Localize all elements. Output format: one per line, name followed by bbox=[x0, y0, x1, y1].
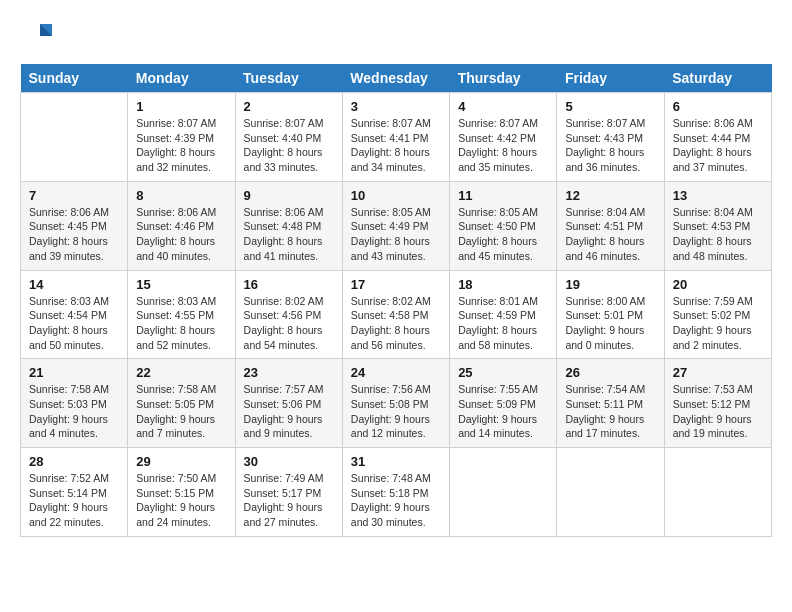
calendar-day-cell: 10Sunrise: 8:05 AMSunset: 4:49 PMDayligh… bbox=[342, 181, 449, 270]
calendar-day-cell bbox=[557, 448, 664, 537]
calendar-day-cell: 11Sunrise: 8:05 AMSunset: 4:50 PMDayligh… bbox=[450, 181, 557, 270]
day-number: 9 bbox=[244, 188, 334, 203]
day-info: Sunrise: 8:06 AMSunset: 4:44 PMDaylight:… bbox=[673, 116, 763, 175]
calendar-day-cell: 1Sunrise: 8:07 AMSunset: 4:39 PMDaylight… bbox=[128, 93, 235, 182]
day-number: 23 bbox=[244, 365, 334, 380]
day-number: 7 bbox=[29, 188, 119, 203]
day-number: 31 bbox=[351, 454, 441, 469]
day-number: 13 bbox=[673, 188, 763, 203]
calendar-day-cell: 30Sunrise: 7:49 AMSunset: 5:17 PMDayligh… bbox=[235, 448, 342, 537]
calendar-week-row: 14Sunrise: 8:03 AMSunset: 4:54 PMDayligh… bbox=[21, 270, 772, 359]
day-number: 21 bbox=[29, 365, 119, 380]
day-number: 4 bbox=[458, 99, 548, 114]
day-number: 25 bbox=[458, 365, 548, 380]
calendar-day-cell: 31Sunrise: 7:48 AMSunset: 5:18 PMDayligh… bbox=[342, 448, 449, 537]
calendar-day-cell: 7Sunrise: 8:06 AMSunset: 4:45 PMDaylight… bbox=[21, 181, 128, 270]
calendar-day-cell: 24Sunrise: 7:56 AMSunset: 5:08 PMDayligh… bbox=[342, 359, 449, 448]
header bbox=[20, 20, 772, 48]
day-number: 1 bbox=[136, 99, 226, 114]
day-info: Sunrise: 8:02 AMSunset: 4:56 PMDaylight:… bbox=[244, 294, 334, 353]
day-of-week-header: Tuesday bbox=[235, 64, 342, 93]
calendar-week-row: 7Sunrise: 8:06 AMSunset: 4:45 PMDaylight… bbox=[21, 181, 772, 270]
day-number: 24 bbox=[351, 365, 441, 380]
day-of-week-header: Monday bbox=[128, 64, 235, 93]
day-number: 22 bbox=[136, 365, 226, 380]
day-info: Sunrise: 7:58 AMSunset: 5:03 PMDaylight:… bbox=[29, 382, 119, 441]
day-info: Sunrise: 8:00 AMSunset: 5:01 PMDaylight:… bbox=[565, 294, 655, 353]
day-number: 15 bbox=[136, 277, 226, 292]
day-info: Sunrise: 7:57 AMSunset: 5:06 PMDaylight:… bbox=[244, 382, 334, 441]
day-info: Sunrise: 7:48 AMSunset: 5:18 PMDaylight:… bbox=[351, 471, 441, 530]
day-number: 2 bbox=[244, 99, 334, 114]
day-info: Sunrise: 8:07 AMSunset: 4:42 PMDaylight:… bbox=[458, 116, 548, 175]
day-number: 5 bbox=[565, 99, 655, 114]
calendar-day-cell: 3Sunrise: 8:07 AMSunset: 4:41 PMDaylight… bbox=[342, 93, 449, 182]
calendar-day-cell: 26Sunrise: 7:54 AMSunset: 5:11 PMDayligh… bbox=[557, 359, 664, 448]
logo bbox=[20, 20, 56, 48]
logo-icon bbox=[20, 20, 52, 48]
day-info: Sunrise: 8:06 AMSunset: 4:46 PMDaylight:… bbox=[136, 205, 226, 264]
day-of-week-header: Wednesday bbox=[342, 64, 449, 93]
calendar-day-cell: 12Sunrise: 8:04 AMSunset: 4:51 PMDayligh… bbox=[557, 181, 664, 270]
day-info: Sunrise: 8:05 AMSunset: 4:49 PMDaylight:… bbox=[351, 205, 441, 264]
day-number: 30 bbox=[244, 454, 334, 469]
calendar-day-cell: 17Sunrise: 8:02 AMSunset: 4:58 PMDayligh… bbox=[342, 270, 449, 359]
day-number: 3 bbox=[351, 99, 441, 114]
day-number: 8 bbox=[136, 188, 226, 203]
calendar-day-cell: 22Sunrise: 7:58 AMSunset: 5:05 PMDayligh… bbox=[128, 359, 235, 448]
calendar-day-cell: 9Sunrise: 8:06 AMSunset: 4:48 PMDaylight… bbox=[235, 181, 342, 270]
day-number: 28 bbox=[29, 454, 119, 469]
calendar-week-row: 1Sunrise: 8:07 AMSunset: 4:39 PMDaylight… bbox=[21, 93, 772, 182]
day-info: Sunrise: 8:06 AMSunset: 4:48 PMDaylight:… bbox=[244, 205, 334, 264]
day-number: 27 bbox=[673, 365, 763, 380]
day-info: Sunrise: 8:01 AMSunset: 4:59 PMDaylight:… bbox=[458, 294, 548, 353]
day-info: Sunrise: 7:59 AMSunset: 5:02 PMDaylight:… bbox=[673, 294, 763, 353]
day-info: Sunrise: 8:07 AMSunset: 4:41 PMDaylight:… bbox=[351, 116, 441, 175]
calendar-week-row: 21Sunrise: 7:58 AMSunset: 5:03 PMDayligh… bbox=[21, 359, 772, 448]
day-info: Sunrise: 8:07 AMSunset: 4:39 PMDaylight:… bbox=[136, 116, 226, 175]
day-info: Sunrise: 8:05 AMSunset: 4:50 PMDaylight:… bbox=[458, 205, 548, 264]
calendar-day-cell: 6Sunrise: 8:06 AMSunset: 4:44 PMDaylight… bbox=[664, 93, 771, 182]
day-info: Sunrise: 8:07 AMSunset: 4:43 PMDaylight:… bbox=[565, 116, 655, 175]
calendar-table: SundayMondayTuesdayWednesdayThursdayFrid… bbox=[20, 64, 772, 537]
calendar-day-cell bbox=[664, 448, 771, 537]
calendar-day-cell: 18Sunrise: 8:01 AMSunset: 4:59 PMDayligh… bbox=[450, 270, 557, 359]
day-of-week-header: Thursday bbox=[450, 64, 557, 93]
day-info: Sunrise: 8:04 AMSunset: 4:51 PMDaylight:… bbox=[565, 205, 655, 264]
calendar-day-cell: 23Sunrise: 7:57 AMSunset: 5:06 PMDayligh… bbox=[235, 359, 342, 448]
day-number: 20 bbox=[673, 277, 763, 292]
day-info: Sunrise: 7:49 AMSunset: 5:17 PMDaylight:… bbox=[244, 471, 334, 530]
day-number: 26 bbox=[565, 365, 655, 380]
calendar-week-row: 28Sunrise: 7:52 AMSunset: 5:14 PMDayligh… bbox=[21, 448, 772, 537]
day-info: Sunrise: 7:53 AMSunset: 5:12 PMDaylight:… bbox=[673, 382, 763, 441]
day-info: Sunrise: 8:03 AMSunset: 4:54 PMDaylight:… bbox=[29, 294, 119, 353]
day-of-week-header: Friday bbox=[557, 64, 664, 93]
day-info: Sunrise: 7:52 AMSunset: 5:14 PMDaylight:… bbox=[29, 471, 119, 530]
calendar-header-row: SundayMondayTuesdayWednesdayThursdayFrid… bbox=[21, 64, 772, 93]
calendar-day-cell: 8Sunrise: 8:06 AMSunset: 4:46 PMDaylight… bbox=[128, 181, 235, 270]
calendar-day-cell bbox=[21, 93, 128, 182]
calendar-day-cell: 19Sunrise: 8:00 AMSunset: 5:01 PMDayligh… bbox=[557, 270, 664, 359]
day-info: Sunrise: 7:50 AMSunset: 5:15 PMDaylight:… bbox=[136, 471, 226, 530]
calendar-day-cell: 27Sunrise: 7:53 AMSunset: 5:12 PMDayligh… bbox=[664, 359, 771, 448]
day-info: Sunrise: 8:06 AMSunset: 4:45 PMDaylight:… bbox=[29, 205, 119, 264]
calendar-day-cell: 25Sunrise: 7:55 AMSunset: 5:09 PMDayligh… bbox=[450, 359, 557, 448]
day-number: 16 bbox=[244, 277, 334, 292]
day-of-week-header: Saturday bbox=[664, 64, 771, 93]
calendar-day-cell: 21Sunrise: 7:58 AMSunset: 5:03 PMDayligh… bbox=[21, 359, 128, 448]
day-info: Sunrise: 7:58 AMSunset: 5:05 PMDaylight:… bbox=[136, 382, 226, 441]
calendar-day-cell: 4Sunrise: 8:07 AMSunset: 4:42 PMDaylight… bbox=[450, 93, 557, 182]
day-info: Sunrise: 7:56 AMSunset: 5:08 PMDaylight:… bbox=[351, 382, 441, 441]
day-of-week-header: Sunday bbox=[21, 64, 128, 93]
day-info: Sunrise: 8:03 AMSunset: 4:55 PMDaylight:… bbox=[136, 294, 226, 353]
day-info: Sunrise: 8:07 AMSunset: 4:40 PMDaylight:… bbox=[244, 116, 334, 175]
day-number: 17 bbox=[351, 277, 441, 292]
day-number: 29 bbox=[136, 454, 226, 469]
calendar-day-cell: 13Sunrise: 8:04 AMSunset: 4:53 PMDayligh… bbox=[664, 181, 771, 270]
day-number: 12 bbox=[565, 188, 655, 203]
calendar-day-cell: 15Sunrise: 8:03 AMSunset: 4:55 PMDayligh… bbox=[128, 270, 235, 359]
day-number: 6 bbox=[673, 99, 763, 114]
day-info: Sunrise: 8:04 AMSunset: 4:53 PMDaylight:… bbox=[673, 205, 763, 264]
calendar-day-cell: 20Sunrise: 7:59 AMSunset: 5:02 PMDayligh… bbox=[664, 270, 771, 359]
day-number: 14 bbox=[29, 277, 119, 292]
